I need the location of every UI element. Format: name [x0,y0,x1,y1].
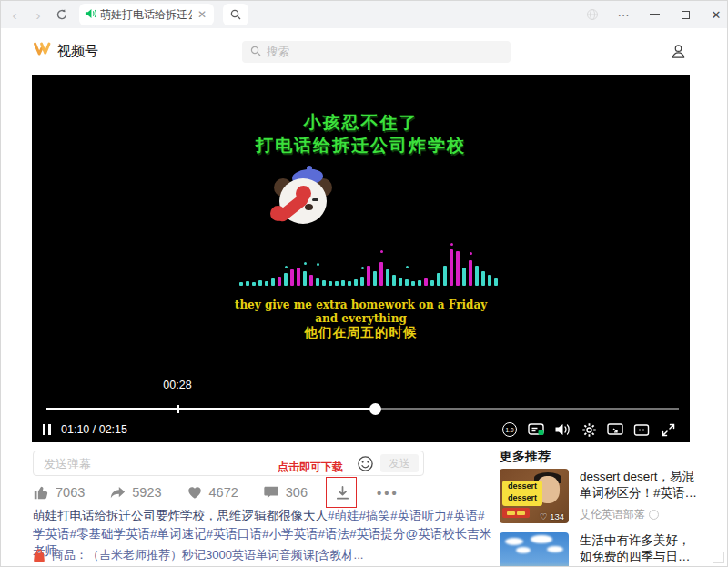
visualizer-bar [475,240,479,286]
visualizer-bar [246,240,249,286]
comment-bubble-icon [263,484,279,501]
video-actions-row: 7063 5923 4672 306 ••• [33,481,399,504]
visualizer-bar [411,240,415,286]
visualizer-bar [341,240,345,286]
visualizer-bar [430,240,434,286]
header-search-placeholder: 搜索 [267,45,289,60]
close-window-icon[interactable]: ✕ [709,7,723,22]
visualizer-bar [469,240,472,286]
progress-bar-handle[interactable] [369,403,381,415]
forward-icon[interactable]: › [28,5,48,25]
favorite-count: 4672 [209,485,238,500]
danmaku-input-box: 发送 [33,451,424,476]
recommendation-thumbnail[interactable]: dessert dessert ♡ 134 [500,469,569,523]
share-arrow-icon [109,484,126,501]
tab-title: 萌娃打电话给拆迁公司要炸学校 [100,7,192,23]
site-header: 视频号 搜索 [1,28,728,74]
profile-button[interactable] [667,40,689,62]
recommendations-sidebar: 更多推荐 dessert dessert ♡ 134 dessert deser… [500,449,702,465]
visualizer-bar [290,240,294,286]
thumbnail-text-sticker: dessert dessert [502,481,542,506]
visualizer-bar [373,240,377,286]
emoji-icon[interactable] [355,453,375,473]
thumbnail-badge [502,508,530,518]
comment-stat[interactable]: 306 [263,484,308,501]
browser-menu-icon[interactable]: ⋯ [616,7,631,22]
subtitle-english-line1: they give me extra homework on a Friday [32,299,690,311]
search-icon [250,44,261,60]
author-badge-icon [649,510,659,520]
download-button[interactable] [332,482,352,502]
settings-gear-icon[interactable] [580,420,598,439]
video-overlay-title-line2: 打电话给拆迁公司炸学校 [32,134,690,157]
share-count: 5923 [132,485,161,500]
visualizer-bar [418,240,421,286]
tab-close-icon[interactable]: ✕ [196,8,208,21]
video-player[interactable]: 小孩忍不住了 打电话给拆迁公司炸学校 they give me extra ho… [32,75,690,442]
app-name: 视频号 [57,43,98,60]
video-overlay-title-line1: 小孩忍不住了 [32,111,690,135]
progress-bar-marker [177,405,179,413]
progress-bar[interactable] [46,408,679,410]
shopping-bag-icon [33,549,46,562]
visualizer-bar [450,240,453,286]
globe-icon[interactable] [585,7,600,22]
product-label: 商品：（吉米老师推荐）秒记3000英语单词音频课[含教材... [52,547,363,563]
volume-icon[interactable] [553,420,571,439]
share-stat[interactable]: 5923 [109,484,161,501]
tab-audio-icon [85,6,96,23]
recommendation-item[interactable]: dessert dessert ♡ 134 dessert desert，易混单… [500,469,700,523]
player-controls: 01:10 / 02:15 1.0 [43,419,677,440]
visualizer-bar [239,240,243,286]
header-search-box[interactable]: 搜索 [242,41,511,63]
visualizer-bar [303,240,307,286]
recommendation-title[interactable]: dessert desert，易混单词秒区分！#英语 #... [580,469,700,501]
search-tab-button[interactable] [223,4,248,25]
recommendation-thumbnail[interactable] [500,532,569,567]
window-controls: ⋯ ✕ [585,1,723,28]
favorite-stat[interactable]: 4672 [187,484,238,501]
reload-icon[interactable] [52,5,72,25]
more-actions-icon[interactable]: ••• [377,485,399,501]
audio-visualizer [239,240,503,286]
visualizer-bar [360,240,364,286]
visualizer-bar [367,240,370,286]
recommendation-author[interactable]: 艾伦英语部落 [580,507,700,522]
visualizer-bar [488,240,491,286]
like-stat[interactable]: 7063 [33,484,85,501]
comment-count: 306 [286,485,308,500]
visualizer-bar [297,240,300,286]
picture-in-picture-icon[interactable] [606,420,624,439]
recommendation-title[interactable]: 生活中有许多美好，如免费的四季与日落、... [580,532,700,565]
channels-brand[interactable]: 视频号 [33,41,98,61]
visualizer-bar [456,240,460,286]
visualizer-bar [271,240,275,286]
resolution-icon[interactable] [632,420,651,439]
minimize-icon[interactable] [647,7,662,22]
recommendation-item[interactable]: 生活中有许多美好，如免费的四季与日落、... [500,532,700,567]
visualizer-bar [379,240,383,286]
channels-logo-icon [33,41,51,61]
maximize-icon[interactable] [678,7,693,22]
visualizer-bar [348,240,351,286]
visualizer-bar [322,240,326,286]
app-window: ‹ › 萌娃打电话给拆迁公司要炸学校 ✕ ⋯ ✕ [0,0,728,567]
fullscreen-icon[interactable] [659,420,677,439]
danmaku-toggle-icon[interactable] [527,420,545,439]
product-link-row[interactable]: 商品：（吉米老师推荐）秒记3000英语单词音频课[含教材... [33,547,363,563]
progress-hover-time: 00:28 [141,379,214,391]
window-resize-grip[interactable] [713,552,724,563]
send-danmaku-button[interactable]: 发送 [380,454,419,472]
visualizer-bar [481,240,485,286]
visualizer-bar [494,240,498,286]
back-icon[interactable]: ‹ [5,5,25,25]
visualizer-bar [399,240,402,286]
pause-icon[interactable] [43,424,51,435]
visualizer-bar [278,240,281,286]
browser-tab[interactable]: 萌娃打电话给拆迁公司要炸学校 ✕ [79,4,214,25]
browser-titlebar: ‹ › 萌娃打电话给拆迁公司要炸学校 ✕ ⋯ ✕ [1,1,728,28]
subtitle-chinese: 他们在周五的时候 [32,324,690,341]
visualizer-bar [265,240,268,286]
playback-speed-icon[interactable]: 1.0 [500,420,519,439]
visualizer-bar [424,240,428,286]
